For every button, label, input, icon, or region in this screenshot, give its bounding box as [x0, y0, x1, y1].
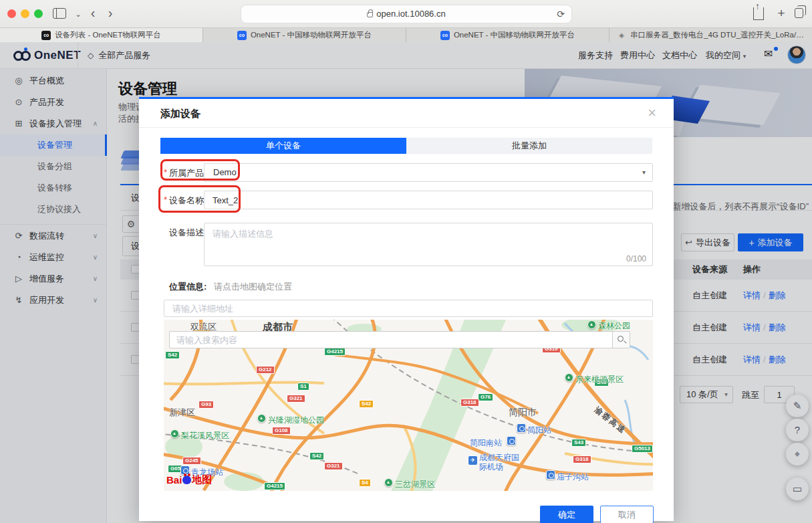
tab-batch-add[interactable]: 批量添加	[406, 138, 652, 154]
feedback-button[interactable]: ✎	[786, 395, 809, 417]
page-size-select[interactable]: 10 条/页 ▾	[680, 386, 733, 403]
logo-text: OneNET	[34, 49, 81, 62]
diamond-icon: ◇	[88, 51, 94, 60]
pencil-icon: ✎	[793, 400, 802, 411]
map-label: 森林公园	[598, 320, 630, 332]
road-badge: G318	[573, 455, 591, 463]
export-device-button[interactable]: ↩ 导出设备	[681, 233, 734, 251]
onenet-favicon: co	[237, 31, 247, 40]
nav-my-space[interactable]: 我的空间 ▾	[706, 41, 746, 69]
detail-link[interactable]: 详情	[743, 354, 761, 364]
sidebar-item-product-dev[interactable]: ⊙ 产品开发	[0, 92, 107, 113]
nav-doc-center[interactable]: 文档中心	[662, 41, 697, 69]
sidebar-item-value-added[interactable]: ▷ 增值服务 ∨	[0, 268, 107, 290]
new-tab-button[interactable]: +	[773, 5, 790, 21]
panel-button[interactable]: ▭	[786, 478, 809, 500]
back-button[interactable]: ‹	[84, 5, 102, 21]
chevron-down-icon: ∨	[93, 268, 98, 290]
vas-icon: ▷	[13, 268, 24, 290]
road-badge: G318	[460, 399, 479, 407]
app-dev-icon: ↯	[13, 290, 24, 311]
cancel-button[interactable]: 取消	[600, 506, 654, 523]
page-size-value: 10 条/页	[686, 389, 718, 399]
product-dev-icon: ⊙	[13, 92, 24, 113]
avatar[interactable]	[787, 45, 806, 64]
map-search-button[interactable]	[612, 331, 630, 348]
table-settings-button[interactable]: ⚙	[122, 215, 140, 233]
detail-link[interactable]: 详情	[743, 290, 761, 300]
required-star: *	[164, 167, 167, 177]
reload-icon[interactable]: ⟳	[557, 5, 565, 23]
sidebar-item-ops-monitor[interactable]: ◔ 运维监控 ∨	[0, 247, 107, 268]
station-pin-icon	[517, 423, 526, 433]
add-device-button[interactable]: + 添加设备	[738, 233, 803, 251]
sidebar-item-label: 设备管理	[37, 134, 72, 156]
sidebar-toggle-icon[interactable]	[53, 8, 66, 19]
cell-source: 自主创建	[692, 344, 727, 376]
sidebar-item-device-access[interactable]: ⊞ 设备接入管理 ∧	[0, 113, 107, 134]
tab-overview-icon[interactable]	[795, 8, 803, 18]
locate-button[interactable]: ⌖	[786, 443, 809, 465]
help-button[interactable]: ?	[786, 419, 809, 441]
nav-billing-center[interactable]: 费用中心	[620, 41, 655, 69]
detail-link[interactable]: 详情	[743, 322, 761, 332]
browser-toolbar: ⌄ ‹ › open.iot.10086.cn ⟳ +	[0, 0, 812, 28]
map-label: 庙子沟站	[557, 472, 589, 483]
map-search-input[interactable]	[169, 331, 613, 348]
onenet-logo[interactable]: OneNET	[13, 47, 81, 64]
export-label: 导出设备	[696, 237, 730, 249]
chevron-up-icon: ∧	[93, 113, 98, 134]
site-header: OneNET ◇全部产品服务 服务支持 费用中心 文档中心 我的空间 ▾ ✉	[0, 41, 812, 69]
sidebar-item-label: 运维监控	[29, 247, 64, 268]
scenic-pin-icon	[257, 414, 266, 423]
road-badge: G245	[182, 457, 201, 465]
all-products-menu[interactable]: ◇全部产品服务	[78, 41, 160, 69]
road-badge: S42	[165, 351, 180, 359]
product-select[interactable]: Demo ▾	[204, 163, 653, 182]
gear-icon: ⚙	[127, 219, 136, 229]
close-icon[interactable]: ×	[648, 104, 656, 122]
overview-icon: ◎	[13, 70, 24, 92]
sidebar-item-device-mgmt[interactable]: 设备管理	[0, 134, 107, 156]
mail-icon[interactable]: ✉	[764, 49, 776, 59]
sidebar-item-label: 数据流转	[29, 225, 64, 247]
zoom-window-button[interactable]	[34, 9, 43, 18]
delete-link[interactable]: 删除	[769, 290, 786, 300]
browser-tab-3[interactable]: co OneNET - 中国移动物联网开放平台	[406, 28, 610, 42]
sidebar-item-label: 设备转移	[37, 177, 72, 199]
sidebar-item-app-dev[interactable]: ↯ 应用开发 ∨	[0, 290, 107, 311]
logo-ring-icon	[21, 51, 31, 61]
all-products-label: 全部产品服务	[98, 50, 150, 60]
sidebar-item-overview[interactable]: ◎ 平台概览	[0, 70, 107, 92]
sidebar-item-pan-protocol[interactable]: 泛协议接入	[0, 199, 107, 220]
device-name-input[interactable]	[204, 191, 653, 209]
close-window-button[interactable]	[7, 9, 16, 18]
plus-icon: +	[749, 237, 754, 248]
device-desc-textarea[interactable]	[204, 223, 653, 266]
delete-link[interactable]: 删除	[769, 354, 786, 364]
required-star: *	[164, 195, 167, 205]
browser-tab-4[interactable]: ◈ 串口服务器_数传电台_4G DTU_遥控开关_LoRa/ZigBee/WiF…	[610, 28, 812, 42]
share-icon[interactable]	[753, 7, 764, 20]
tab-single-device[interactable]: 单个设备	[160, 138, 406, 154]
scenic-pin-icon	[170, 429, 179, 438]
delete-link[interactable]: 删除	[769, 322, 786, 332]
modal-header-divider	[139, 127, 674, 128]
sidebar-item-data-flow[interactable]: ⟳ 数据流转 ∨	[0, 225, 107, 247]
road-badge: G5013	[632, 445, 653, 453]
road-badge: G321	[324, 462, 343, 470]
sidebar-item-device-group[interactable]: 设备分组	[0, 156, 107, 177]
confirm-button[interactable]: 确定	[540, 506, 593, 523]
cell-actions: 详情/删除	[743, 280, 786, 312]
product-field-label: 所属产品	[169, 167, 204, 179]
generic-favicon: ◈	[617, 31, 626, 40]
address-bar[interactable]: open.iot.10086.cn ⟳	[241, 5, 572, 23]
sidebar-item-device-transfer[interactable]: 设备转移	[0, 177, 107, 199]
nav-service-support[interactable]: 服务支持	[578, 41, 613, 69]
browser-tab-2[interactable]: co OneNET - 中国移动物联网开放平台	[203, 28, 406, 42]
browser-tab-1[interactable]: co 设备列表 - OneNET物联网平台	[0, 28, 203, 42]
address-input[interactable]	[164, 300, 653, 317]
forward-button[interactable]: ›	[102, 5, 119, 21]
location-map[interactable]: 双流区 成都市 森林公园 东来桃源景区 新津区 梨花溪风景区 兴隆湖湿地公园 青…	[164, 320, 653, 491]
minimize-window-button[interactable]	[21, 9, 29, 18]
